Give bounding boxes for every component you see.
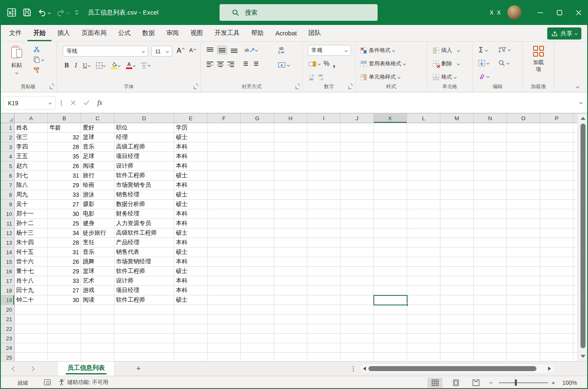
phonetic-guide-button[interactable]: wén 文 xyxy=(141,62,150,69)
cell-K17[interactable] xyxy=(374,276,407,286)
cell-I16[interactable] xyxy=(307,267,341,276)
cell-I15[interactable] xyxy=(307,257,341,267)
cell-N18[interactable] xyxy=(474,286,507,295)
cell-I21[interactable] xyxy=(307,315,341,324)
row-header-10[interactable]: 10 xyxy=(0,209,15,219)
cell-D4[interactable]: 项目经理 xyxy=(114,152,174,161)
cell-O21[interactable] xyxy=(507,315,540,324)
cell-H17[interactable] xyxy=(274,276,307,286)
cell-A11[interactable]: 孙十二 xyxy=(15,219,48,228)
cell-D11[interactable]: 人力资源专员 xyxy=(114,219,174,228)
cell-J19[interactable] xyxy=(341,295,374,305)
cell-B23[interactable] xyxy=(48,334,81,343)
cell-F3[interactable] xyxy=(208,142,241,152)
scroll-down-arrow[interactable] xyxy=(581,355,586,358)
column-header-G[interactable]: G xyxy=(241,114,274,123)
orientation-button[interactable]: ab xyxy=(245,48,257,52)
tab-插入[interactable]: 插入 xyxy=(52,25,76,41)
cell-A3[interactable]: 李四 xyxy=(15,142,48,152)
cell-A13[interactable]: 朱十四 xyxy=(15,238,48,248)
cell-B14[interactable]: 31 xyxy=(48,248,81,257)
cell-N10[interactable] xyxy=(474,209,507,219)
scroll-right-arrow[interactable] xyxy=(548,367,551,371)
cell-B19[interactable]: 30 xyxy=(48,295,81,305)
row-header-21[interactable]: 21 xyxy=(0,315,15,324)
cell-E21[interactable] xyxy=(174,315,208,324)
cell-K4[interactable] xyxy=(374,152,407,161)
cell-O15[interactable] xyxy=(507,257,540,267)
cell-L4[interactable] xyxy=(407,152,440,161)
cell-K14[interactable] xyxy=(374,248,407,257)
cell-M11[interactable] xyxy=(440,219,474,228)
cell-A4[interactable]: 王五 xyxy=(15,152,48,161)
cell-D17[interactable]: 设计师 xyxy=(114,276,174,286)
cell-A21[interactable] xyxy=(15,315,48,324)
cell-H19[interactable] xyxy=(274,295,307,305)
cell-K2[interactable] xyxy=(374,133,407,142)
cell-N19[interactable] xyxy=(474,295,507,305)
insert-function-button[interactable]: fx xyxy=(95,98,105,108)
cell-A17[interactable]: 肖十八 xyxy=(15,276,48,286)
cell-B4[interactable]: 35 xyxy=(48,152,81,161)
cell-G23[interactable] xyxy=(241,334,274,343)
cell-O3[interactable] xyxy=(507,142,540,152)
tab-开发工具[interactable]: 开发工具 xyxy=(209,25,245,41)
cell-H7[interactable] xyxy=(274,181,307,190)
cell-L9[interactable] xyxy=(407,200,440,209)
cell-J9[interactable] xyxy=(341,200,374,209)
cell-G25[interactable] xyxy=(241,353,274,361)
cell-D24[interactable] xyxy=(114,343,174,353)
cell-E11[interactable]: 本科 xyxy=(174,219,208,228)
cell-C19[interactable]: 阅读 xyxy=(81,295,114,305)
cell-C25[interactable] xyxy=(81,353,114,361)
cell-J20[interactable] xyxy=(341,305,374,315)
previous-sheet-arrow[interactable] xyxy=(12,366,17,372)
cell-P2[interactable] xyxy=(540,133,573,142)
insert-cells-button[interactable]: 插入 xyxy=(433,47,460,54)
cell-M25[interactable] xyxy=(440,353,474,361)
cell-C24[interactable] xyxy=(81,343,114,353)
cell-C1[interactable]: 爱好 xyxy=(81,123,114,133)
cell-A2[interactable]: 张三 xyxy=(15,133,48,142)
cell-C5[interactable]: 阅读 xyxy=(81,161,114,171)
cell-I3[interactable] xyxy=(307,142,341,152)
cell-M9[interactable] xyxy=(440,200,474,209)
cell-C13[interactable]: 烹饪 xyxy=(81,238,114,248)
cell-J11[interactable] xyxy=(341,219,374,228)
macro-record-icon[interactable] xyxy=(44,379,51,385)
cell-F20[interactable] xyxy=(208,305,241,315)
cell-F22[interactable] xyxy=(208,324,241,334)
minimize-button[interactable] xyxy=(531,0,550,25)
cell-N15[interactable] xyxy=(474,257,507,267)
column-header-O[interactable]: O xyxy=(507,114,540,123)
cell-F15[interactable] xyxy=(208,257,241,267)
cell-H10[interactable] xyxy=(274,209,307,219)
row-header-18[interactable]: 18 xyxy=(0,286,15,295)
cell-G24[interactable] xyxy=(241,343,274,353)
row-header-15[interactable]: 15 xyxy=(0,257,15,267)
cell-D14[interactable]: 销售代表 xyxy=(114,248,174,257)
cell-G4[interactable] xyxy=(241,152,274,161)
cell-I18[interactable] xyxy=(307,286,341,295)
cell-P21[interactable] xyxy=(540,315,573,324)
cell-I7[interactable] xyxy=(307,181,341,190)
cell-A7[interactable]: 陈八 xyxy=(15,181,48,190)
cell-O22[interactable] xyxy=(507,324,540,334)
row-header-9[interactable]: 9 xyxy=(0,200,15,209)
cell-E4[interactable]: 本科 xyxy=(174,152,208,161)
cell-E7[interactable]: 本科 xyxy=(174,181,208,190)
cell-O4[interactable] xyxy=(507,152,540,161)
cell-A20[interactable] xyxy=(15,305,48,315)
cell-H13[interactable] xyxy=(274,238,307,248)
cell-L15[interactable] xyxy=(407,257,440,267)
cell-O5[interactable] xyxy=(507,161,540,171)
cell-A5[interactable]: 赵六 xyxy=(15,161,48,171)
cell-G8[interactable] xyxy=(241,190,274,200)
cell-F6[interactable] xyxy=(208,171,241,181)
cell-E23[interactable] xyxy=(174,334,208,343)
cell-M6[interactable] xyxy=(440,171,474,181)
row-header-25[interactable]: 25 xyxy=(0,353,15,361)
cell-N5[interactable] xyxy=(474,161,507,171)
cell-E17[interactable]: 本科 xyxy=(174,276,208,286)
cell-N6[interactable] xyxy=(474,171,507,181)
